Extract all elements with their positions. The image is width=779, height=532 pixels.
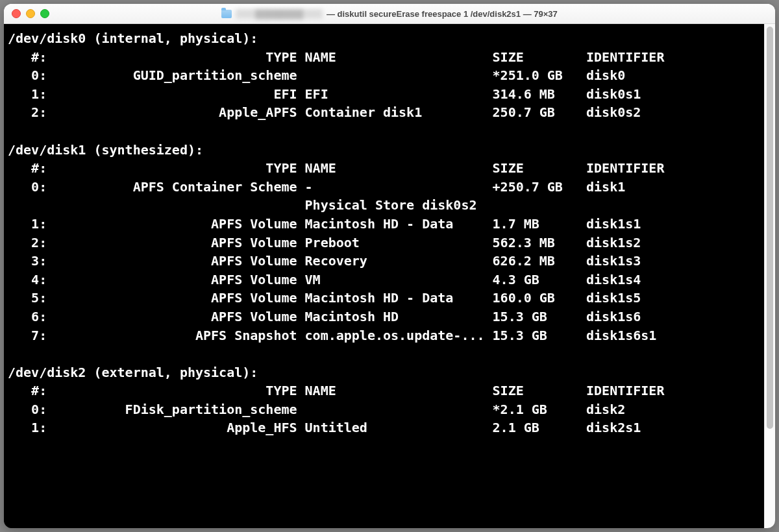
terminal-body: /dev/disk0 (internal, physical): #: TYPE… xyxy=(4,24,775,528)
window-title: ████████ — diskutil secureErase freespac… xyxy=(221,9,558,19)
minimize-window-button[interactable] xyxy=(26,9,35,18)
zoom-window-button[interactable] xyxy=(40,9,49,18)
window-title-hidden: ████████ xyxy=(236,9,323,19)
folder-icon xyxy=(221,10,232,18)
vertical-scrollbar[interactable] xyxy=(764,24,775,528)
window-titlebar[interactable]: ████████ — diskutil secureErase freespac… xyxy=(4,4,775,24)
window-title-text: — diskutil secureErase freespace 1 /dev/… xyxy=(327,9,558,19)
close-window-button[interactable] xyxy=(12,9,21,18)
scrollbar-thumb[interactable] xyxy=(767,27,773,429)
terminal-output[interactable]: /dev/disk0 (internal, physical): #: TYPE… xyxy=(4,24,764,528)
window-controls xyxy=(12,9,49,18)
terminal-window: ████████ — diskutil secureErase freespac… xyxy=(4,4,775,528)
